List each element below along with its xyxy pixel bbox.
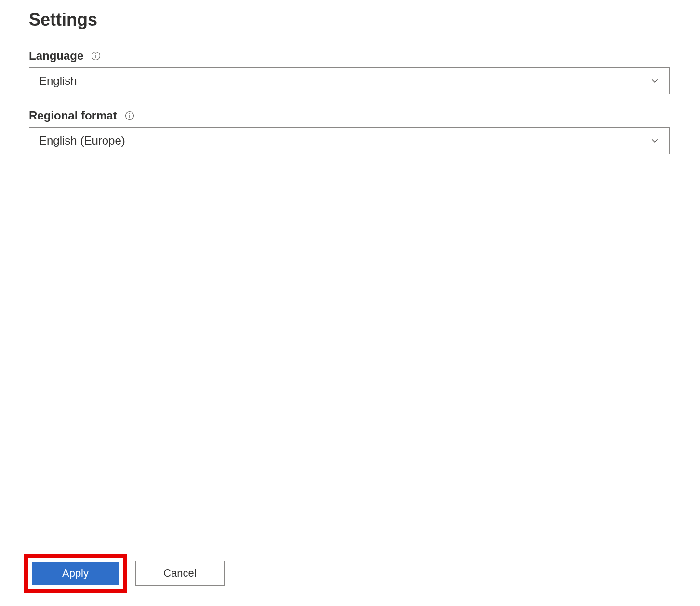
info-icon[interactable]	[91, 51, 101, 61]
page-title: Settings	[29, 10, 671, 30]
cancel-button[interactable]: Cancel	[135, 561, 225, 586]
language-dropdown[interactable]: English	[29, 67, 670, 94]
regional-format-label: Regional format	[29, 109, 117, 122]
svg-point-4	[129, 113, 130, 114]
language-dropdown-value: English	[39, 74, 77, 88]
svg-point-1	[95, 53, 96, 54]
language-label: Language	[29, 49, 83, 63]
apply-highlight: Apply	[24, 554, 127, 593]
regional-format-field-group: Regional format English (Europe)	[29, 109, 671, 154]
info-icon[interactable]	[125, 111, 134, 120]
regional-format-dropdown-value: English (Europe)	[39, 134, 125, 147]
language-field-group: Language English	[29, 49, 671, 94]
chevron-down-icon	[650, 136, 660, 145]
regional-format-dropdown[interactable]: English (Europe)	[29, 127, 670, 154]
chevron-down-icon	[650, 76, 660, 86]
apply-button[interactable]: Apply	[31, 561, 120, 586]
footer-bar: Apply Cancel	[0, 540, 700, 606]
